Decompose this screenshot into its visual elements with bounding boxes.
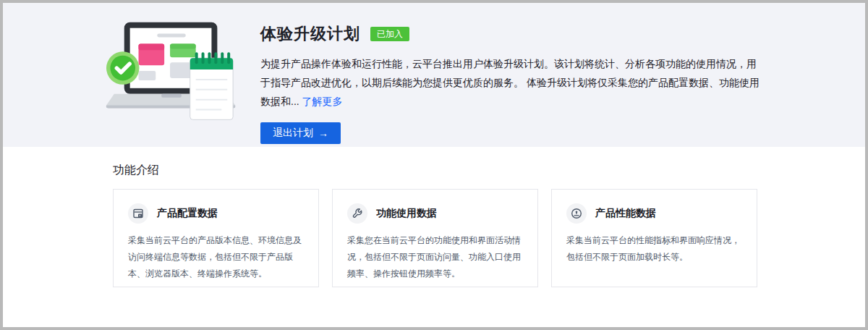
joined-status-badge: 已加入 [370, 27, 409, 41]
feature-cards: 产品配置数据 采集当前云平台的产品版本信息、环境信息及访问终端信息等数据，包括但… [113, 189, 865, 287]
feature-card-product-config: 产品配置数据 采集当前云平台的产品版本信息、环境信息及访问终端信息等数据，包括但… [113, 189, 319, 287]
card-title: 产品性能数据 [595, 207, 656, 220]
config-data-icon [128, 203, 148, 224]
features-section: 功能介绍 产品配置数据 采集当前云平台的产品版本信息、环境信息及访问终端信息等数… [3, 147, 865, 287]
learn-more-link[interactable]: 了解更多 [302, 96, 343, 107]
page-title: 体验升级计划 [260, 23, 360, 45]
check-icon [106, 51, 140, 85]
laptop-illustration [106, 20, 242, 130]
card-title: 功能使用数据 [376, 207, 437, 220]
page: 体验升级计划 已加入 为提升产品操作体验和运行性能，云平台推出用户体验升级计划。… [0, 0, 868, 330]
quit-plan-button[interactable]: 退出计划 → [260, 122, 341, 144]
plan-description: 为提升产品操作体验和运行性能，云平台推出用户体验升级计划。该计划将统计、分析各项… [260, 54, 763, 111]
hero-section: 体验升级计划 已加入 为提升产品操作体验和运行性能，云平台推出用户体验升级计划。… [3, 3, 865, 147]
wrench-icon [347, 203, 367, 224]
card-body: 采集当前云平台的性能指标和界面响应情况，包括但不限于页面加载时长等。 [566, 232, 742, 266]
feature-card-product-performance: 产品性能数据 采集当前云平台的性能指标和界面响应情况，包括但不限于页面加载时长等… [551, 189, 757, 287]
quit-plan-button-label: 退出计划 [273, 127, 313, 140]
card-body: 采集您在当前云平台的功能使用和界面活动情况，包括但不限于页面访问量、功能入口使用… [347, 232, 523, 282]
card-title: 产品配置数据 [157, 207, 218, 220]
arrow-right-icon: → [318, 127, 328, 139]
features-heading: 功能介绍 [113, 163, 865, 178]
hero-content: 体验升级计划 已加入 为提升产品操作体验和运行性能，云平台推出用户体验升级计划。… [260, 19, 767, 144]
gauge-icon [566, 203, 587, 224]
card-body: 采集当前云平台的产品版本信息、环境信息及访问终端信息等数据，包括但不限于产品版本… [128, 232, 304, 282]
feature-card-feature-usage: 功能使用数据 采集您在当前云平台的功能使用和界面活动情况，包括但不限于页面访问量… [332, 189, 538, 287]
